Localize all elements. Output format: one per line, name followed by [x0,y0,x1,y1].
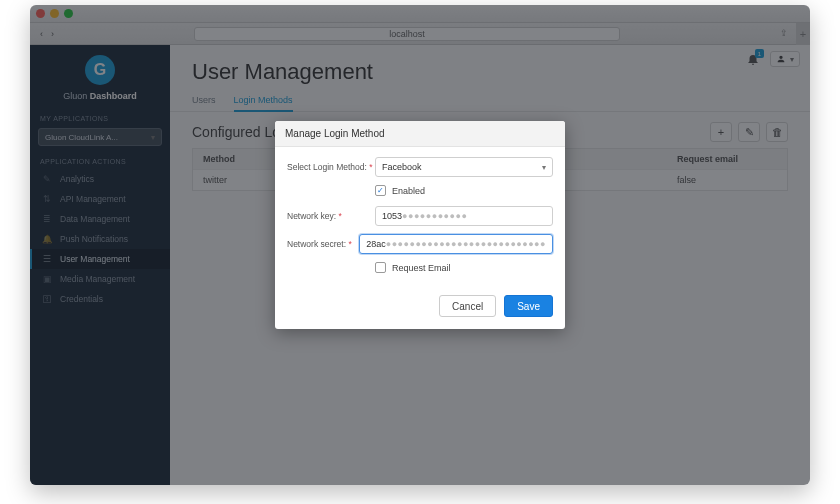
network-secret-input[interactable]: 28ac●●●●●●●●●●●●●●●●●●●●●●●●●●● [359,234,553,254]
request-email-checkbox[interactable] [375,262,386,273]
network-key-input[interactable]: 1053●●●●●●●●●●● [375,206,553,226]
chevron-down-icon: ▾ [542,163,546,172]
dialog-title: Manage Login Method [275,121,565,147]
login-method-select[interactable]: Facebook ▾ [375,157,553,177]
label-request-email: Request Email [392,263,451,273]
label-network-secret: Network secret: * [287,239,359,249]
select-value: Facebook [382,162,422,172]
manage-login-method-dialog: Manage Login Method Select Login Method:… [275,121,565,329]
label-enabled: Enabled [392,186,425,196]
browser-window: ‹ › localhost ⇪ ⧉ + G Gluon Dashboard MY… [30,5,810,485]
save-button[interactable]: Save [504,295,553,317]
enabled-checkbox[interactable] [375,185,386,196]
label-select-method: Select Login Method: * [287,162,375,172]
label-network-key: Network key: * [287,211,375,221]
cancel-button[interactable]: Cancel [439,295,496,317]
